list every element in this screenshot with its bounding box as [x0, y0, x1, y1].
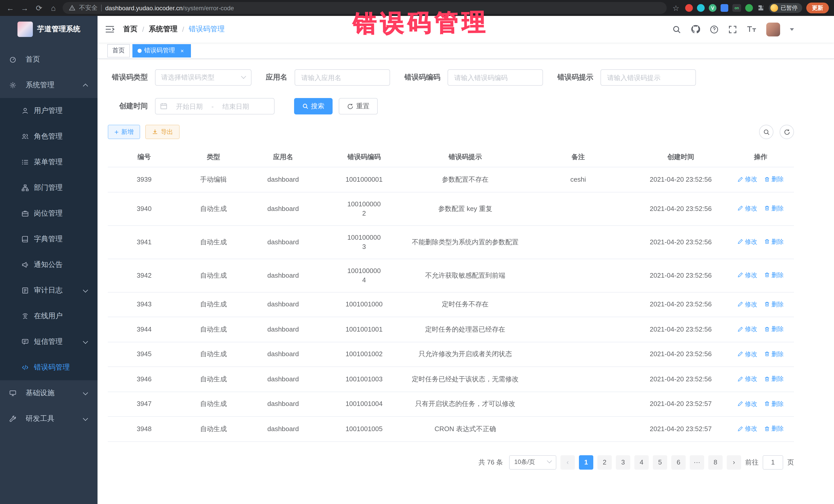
sidebar-item-notice-announcement[interactable]: 通知公告: [0, 252, 97, 278]
app-name-input[interactable]: [294, 69, 390, 86]
cell-remark: [522, 392, 634, 416]
tab-error-code[interactable]: 错误码管理×: [132, 44, 191, 57]
add-button-label: 新增: [121, 128, 133, 136]
refresh-table-icon[interactable]: [780, 125, 794, 139]
next-page-button[interactable]: ›: [727, 455, 741, 469]
page-button-3[interactable]: 3: [616, 455, 630, 469]
edit-link[interactable]: 修改: [738, 399, 757, 408]
sidebar-item-online-users[interactable]: 在线用户: [0, 303, 97, 329]
breadcrumb-item[interactable]: 首页: [123, 25, 137, 34]
sidebar-item-sms-management[interactable]: 短信管理: [0, 329, 97, 355]
font-size-icon[interactable]: [747, 25, 756, 34]
tab-home[interactable]: 首页: [107, 44, 130, 57]
app-logo-row[interactable]: 芋道管理系统: [0, 16, 97, 43]
error-code-input[interactable]: [447, 69, 543, 86]
page-button-6[interactable]: 6: [671, 455, 686, 469]
extension-red-icon[interactable]: [685, 4, 693, 12]
breadcrumb-item[interactable]: 系统管理: [149, 25, 178, 34]
back-icon[interactable]: ←: [5, 4, 15, 12]
search-button[interactable]: 搜索: [294, 98, 333, 114]
column-header: 类型: [180, 147, 246, 167]
edit-link[interactable]: 修改: [738, 349, 757, 358]
edit-link[interactable]: 修改: [738, 237, 757, 246]
add-button[interactable]: + 新增: [108, 125, 140, 139]
cell-operations: 修改 删除: [727, 192, 794, 225]
address-bar[interactable]: 不安全 dashboard.yudao.iocoder.cn/system/er…: [63, 2, 667, 14]
sidebar-item-dict-management[interactable]: 字典管理: [0, 226, 97, 252]
github-icon[interactable]: [691, 25, 700, 34]
delete-link[interactable]: 删除: [764, 175, 784, 184]
page-size-value: 10条/页: [514, 458, 535, 466]
page-button-5[interactable]: 5: [653, 455, 667, 469]
reload-icon[interactable]: ⟳: [34, 3, 44, 13]
reset-button[interactable]: 重置: [339, 98, 378, 114]
user-avatar[interactable]: [766, 22, 780, 36]
avatar-caret-icon[interactable]: [790, 28, 794, 30]
search-icon[interactable]: [672, 25, 681, 34]
sidebar-item-post-management[interactable]: 岗位管理: [0, 201, 97, 226]
sidebar-item-role-management[interactable]: 角色管理: [0, 124, 97, 149]
page-button-8[interactable]: 8: [708, 455, 723, 469]
fullscreen-icon[interactable]: [728, 25, 737, 34]
browser-chrome: ← → ⟳ ⌂ 不安全 dashboard.yudao.iocoder.cn/s…: [0, 0, 834, 16]
date-range-picker[interactable]: -: [155, 98, 275, 114]
extension-teal-icon[interactable]: [697, 4, 705, 12]
sidebar-item-infrastructure[interactable]: 基础设施: [0, 380, 97, 406]
sidebar-item-error-code-management[interactable]: 错误码管理: [0, 355, 97, 380]
hamburger-icon[interactable]: [105, 25, 114, 34]
edit-link-label: 修改: [745, 237, 757, 246]
delete-link[interactable]: 删除: [764, 424, 784, 433]
prev-page-button[interactable]: ‹: [561, 455, 575, 469]
edit-link[interactable]: 修改: [738, 424, 757, 433]
extension-green-icon[interactable]: [745, 4, 753, 12]
error-hint-input[interactable]: [600, 69, 696, 86]
edit-link[interactable]: 修改: [738, 324, 757, 334]
search-button-label: 搜索: [311, 102, 324, 111]
delete-link[interactable]: 删除: [764, 204, 784, 213]
extension-blue-icon[interactable]: [721, 4, 728, 12]
delete-link[interactable]: 删除: [764, 399, 784, 408]
bookmark-star-icon[interactable]: ☆: [671, 3, 681, 13]
delete-link[interactable]: 删除: [764, 324, 784, 334]
sidebar-item-dept-management[interactable]: 部门管理: [0, 175, 97, 201]
page-size-select[interactable]: 10条/页: [509, 455, 556, 469]
page-button-4[interactable]: 4: [634, 455, 649, 469]
extension-vue-icon[interactable]: V: [709, 4, 717, 12]
export-button[interactable]: 导出: [145, 125, 180, 139]
cell-app: dashboard: [246, 317, 320, 342]
page-button-1[interactable]: 1: [579, 455, 593, 469]
help-icon[interactable]: [710, 25, 719, 34]
sidebar-item-user-management[interactable]: 用户管理: [0, 98, 97, 124]
toggle-search-icon[interactable]: [759, 125, 773, 139]
extension-on-icon[interactable]: on: [732, 4, 741, 12]
cell-code: 1001001001: [320, 317, 408, 342]
home-icon[interactable]: ⌂: [48, 4, 59, 12]
edit-link[interactable]: 修改: [738, 300, 757, 309]
browser-update-button[interactable]: 更新: [806, 3, 829, 13]
cell-operations: 修改 删除: [727, 167, 794, 192]
sidebar-item-dev-tools[interactable]: 研发工具: [0, 406, 97, 432]
start-date-input[interactable]: [169, 103, 210, 110]
delete-link[interactable]: 删除: [764, 237, 784, 246]
edit-link[interactable]: 修改: [738, 270, 757, 280]
browser-profile-chip[interactable]: 已暂停: [769, 3, 802, 13]
error-type-select[interactable]: 请选择错误码类型: [155, 69, 251, 86]
edit-link[interactable]: 修改: [738, 204, 757, 213]
sidebar-item-home[interactable]: 首页: [0, 47, 97, 72]
delete-link[interactable]: 删除: [764, 300, 784, 309]
page-button-2[interactable]: 2: [597, 455, 612, 469]
sidebar-item-audit-log[interactable]: 审计日志: [0, 278, 97, 303]
end-date-input[interactable]: [216, 103, 256, 110]
more-pages-button[interactable]: ···: [690, 455, 704, 469]
extensions-puzzle-icon[interactable]: [757, 4, 765, 12]
sidebar-item-menu-management[interactable]: 菜单管理: [0, 149, 97, 175]
sidebar-item-system-management[interactable]: 系统管理: [0, 72, 97, 98]
goto-page-input[interactable]: [763, 455, 783, 469]
forward-icon[interactable]: →: [20, 4, 30, 12]
edit-link[interactable]: 修改: [738, 374, 757, 384]
edit-link[interactable]: 修改: [738, 175, 757, 184]
tab-close-icon[interactable]: ×: [179, 47, 186, 54]
delete-link[interactable]: 删除: [764, 374, 784, 384]
delete-link[interactable]: 删除: [764, 349, 784, 358]
delete-link[interactable]: 删除: [764, 270, 784, 280]
